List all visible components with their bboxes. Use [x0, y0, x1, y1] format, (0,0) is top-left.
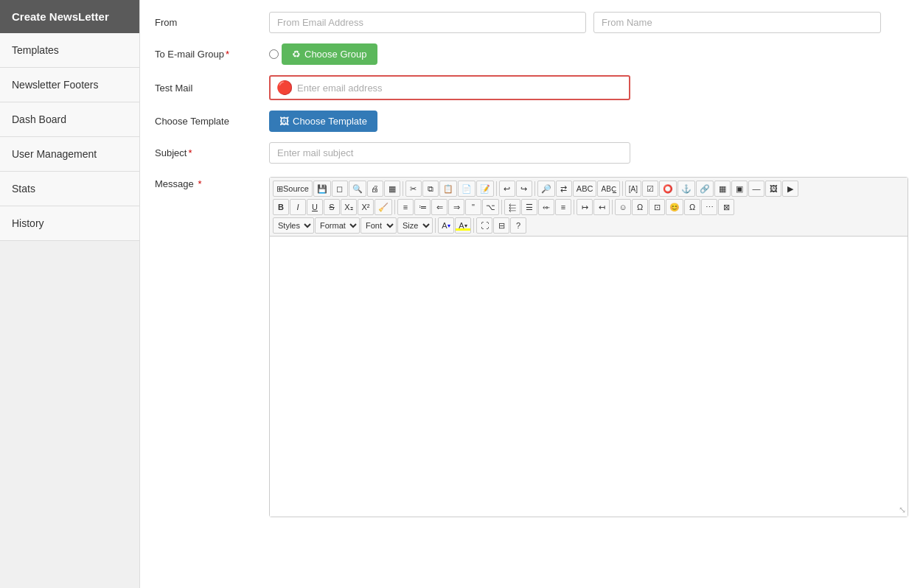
resize-handle[interactable]: ⤡	[899, 505, 906, 515]
tb-iframe[interactable]: ⊡	[649, 199, 665, 215]
source-button[interactable]: ⊞ Source	[273, 181, 313, 197]
styles-select[interactable]: Styles	[273, 217, 314, 234]
tb-page-break[interactable]: ⋯	[701, 199, 717, 215]
from-email-input[interactable]	[269, 12, 586, 33]
tb-paste-text[interactable]: 📄	[458, 181, 476, 197]
sidebar: Create NewsLetter Templates Newsletter F…	[0, 0, 140, 588]
tb-cut[interactable]: ✂	[405, 181, 422, 197]
image-icon: 🖼	[279, 116, 289, 127]
format-select[interactable]: Format	[315, 217, 360, 234]
choose-template-button[interactable]: 🖼 Choose Template	[269, 111, 377, 132]
tb-table[interactable]: ▦	[714, 181, 731, 197]
tb-spellcheck[interactable]: ABC	[573, 181, 597, 197]
test-mail-icon: 🔴	[276, 80, 293, 96]
editor-wrapper: ⊞ Source 💾 ◻ 🔍 🖨 ▦ ✂ ⧉ 📋 📄 📝	[269, 174, 908, 517]
separator-2	[496, 181, 497, 196]
tb-ol[interactable]: ≔	[414, 199, 431, 215]
tb-undo[interactable]: ↩	[499, 181, 515, 197]
tb-remove-format[interactable]: 🧹	[375, 199, 392, 215]
sidebar-item-user-management[interactable]: User Management	[0, 137, 139, 172]
message-row: Message * ⊞ Source 💾 ◻ 🔍 🖨	[155, 174, 908, 517]
tb-bg-color[interactable]: A▾	[455, 217, 471, 234]
main-content: From To E-mail Group* ♻ Choose Group Tes…	[140, 0, 923, 588]
sidebar-item-history[interactable]: History	[0, 206, 139, 241]
tb-indent[interactable]: ⇒	[448, 199, 464, 215]
tb-language[interactable]: ⌥	[482, 199, 499, 215]
tb-outdent[interactable]: ⇐	[431, 199, 447, 215]
subject-label: Subject*	[155, 147, 269, 158]
to-email-group-radio[interactable]	[269, 49, 279, 59]
tb-subscript[interactable]: X₂	[341, 199, 357, 215]
editor-body[interactable]: ⤡	[270, 237, 908, 517]
tb-ltr[interactable]: ↦	[577, 199, 593, 215]
tb-special-char[interactable]: Ω	[632, 199, 648, 215]
tb-help[interactable]: ?	[510, 217, 526, 234]
tb-paste-word[interactable]: 📝	[476, 181, 494, 197]
from-label: From	[155, 17, 269, 28]
sidebar-item-newsletter-footers[interactable]: Newsletter Footers	[0, 68, 139, 102]
tb-print[interactable]: 🖨	[367, 181, 383, 197]
message-required: *	[198, 178, 201, 189]
tb-align-left[interactable]: ⬱	[504, 199, 520, 215]
tb-symbol[interactable]: Ω	[684, 199, 700, 215]
tb-show-blocks[interactable]: ⊟	[493, 217, 509, 234]
tb-emoji[interactable]: 😊	[666, 199, 683, 215]
separator-7	[574, 200, 574, 214]
tb-align-justify[interactable]: ≡	[555, 199, 571, 215]
test-mail-input[interactable]	[297, 83, 623, 94]
toolbar-row-1: ⊞ Source 💾 ◻ 🔍 🖨 ▦ ✂ ⧉ 📋 📄 📝	[273, 181, 905, 197]
sidebar-item-dashboard[interactable]: Dash Board	[0, 102, 139, 137]
tb-redo[interactable]: ↪	[516, 181, 532, 197]
source-icon: ⊞	[276, 184, 283, 194]
tb-spellcheck2[interactable]: ABC̲	[597, 181, 619, 197]
test-mail-row: Test Mail 🔴	[155, 75, 908, 100]
tb-flash[interactable]: ▶	[782, 181, 798, 197]
tb-form[interactable]: ⊠	[718, 199, 734, 215]
tb-table2[interactable]: ▣	[731, 181, 748, 197]
font-select[interactable]: Font	[361, 217, 397, 234]
tb-save[interactable]: 💾	[313, 181, 331, 197]
tb-italic[interactable]: I	[290, 199, 306, 215]
tb-superscript[interactable]: X²	[358, 199, 374, 215]
tb-strikethrough[interactable]: S	[324, 199, 340, 215]
size-select[interactable]: Size	[397, 217, 433, 234]
separator-1	[403, 181, 403, 196]
tb-check[interactable]: ☑	[642, 181, 658, 197]
tb-circle[interactable]: ⭕	[659, 181, 677, 197]
tb-align-right[interactable]: ⬰	[538, 199, 554, 215]
from-name-input[interactable]	[593, 12, 881, 33]
tb-preview[interactable]: ◻	[332, 181, 348, 197]
choose-group-button[interactable]: ♻ Choose Group	[282, 43, 377, 65]
tb-align-center[interactable]: ☰	[521, 199, 537, 215]
tb-maximize[interactable]: ⛶	[476, 217, 492, 234]
sidebar-title: Create NewsLetter	[0, 0, 139, 33]
subject-input[interactable]	[269, 142, 630, 164]
tb-blockquote[interactable]: "	[465, 199, 481, 215]
tb-paste[interactable]: 📋	[439, 181, 457, 197]
tb-replace[interactable]: ⇄	[556, 181, 572, 197]
editor-container: ⊞ Source 💾 ◻ 🔍 🖨 ▦ ✂ ⧉ 📋 📄 📝	[269, 177, 908, 517]
message-label: Message *	[155, 174, 269, 189]
tb-anchor[interactable]: ⚓	[678, 181, 695, 197]
tb-copy[interactable]: ⧉	[422, 181, 439, 197]
tb-underline[interactable]: U	[307, 199, 323, 215]
tb-img[interactable]: 🖼	[765, 181, 781, 197]
from-row: From	[155, 12, 908, 33]
tb-find[interactable]: 🔎	[537, 181, 555, 197]
sidebar-item-templates[interactable]: Templates	[0, 33, 139, 68]
tb-search[interactable]: 🔍	[349, 181, 366, 197]
to-email-group-row: To E-mail Group* ♻ Choose Group	[155, 43, 908, 65]
tb-ul[interactable]: ≡	[397, 199, 414, 215]
tb-select-all[interactable]: [A]	[625, 181, 641, 197]
to-email-group-label: To E-mail Group*	[155, 49, 269, 60]
tb-bold[interactable]: B	[273, 199, 289, 215]
tb-template[interactable]: ▦	[384, 181, 400, 197]
tb-font-color[interactable]: A▾	[438, 217, 454, 234]
tb-smiley[interactable]: ☺	[615, 199, 631, 215]
recycle-icon: ♻	[292, 49, 301, 60]
tb-horiz[interactable]: —	[748, 181, 764, 197]
tb-link[interactable]: 🔗	[696, 181, 714, 197]
tb-rtl[interactable]: ↤	[593, 199, 610, 215]
sidebar-item-stats[interactable]: Stats	[0, 172, 139, 206]
choose-template-label: Choose Template	[155, 116, 269, 127]
